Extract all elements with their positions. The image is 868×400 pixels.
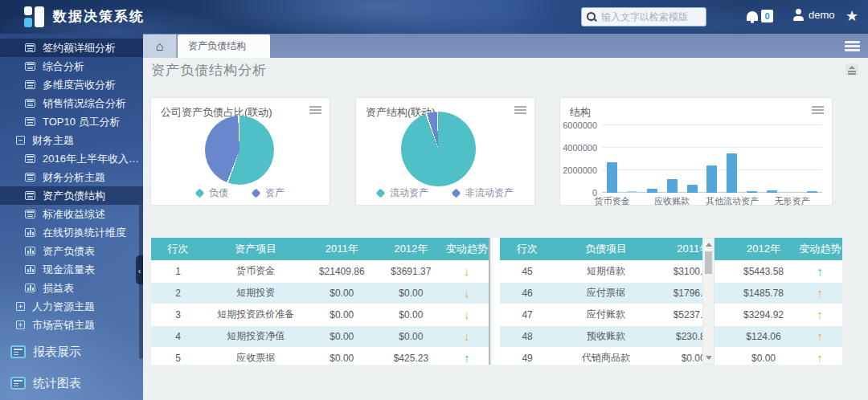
sidebar-item[interactable]: 财务分析主题	[0, 168, 143, 186]
page-icon	[10, 377, 26, 390]
bar-chart-icon	[25, 284, 35, 292]
bar[interactable]	[727, 153, 737, 193]
sidebar-item[interactable]: 资产负债表	[0, 242, 143, 260]
y-axis-tick-label: 4000000	[560, 143, 597, 153]
notifications-button[interactable]: 0	[747, 10, 773, 22]
report-icon	[25, 99, 35, 108]
sidebar-item-label: 市场营销主题	[32, 318, 95, 333]
trend-arrow-icon: ↑	[798, 282, 842, 304]
bar[interactable]	[747, 191, 757, 193]
sidebar-item[interactable]: 报表展示	[0, 338, 143, 365]
bar[interactable]	[687, 185, 698, 194]
panel-title: 公司资产负债占比(联动)	[161, 105, 272, 120]
panel-liability-asset-ratio: 公司资产负债占比(联动) 负债资产	[151, 98, 330, 205]
table-cell: 短期投资净值	[205, 325, 306, 347]
sidebar-item[interactable]: 销售情况综合分析	[0, 94, 143, 112]
scroll-up-arrow-icon[interactable]	[703, 239, 714, 250]
sidebar-item[interactable]: 综合分析	[0, 57, 143, 76]
table-cell: 代销商品款	[555, 347, 657, 365]
column-header: 负债项目	[555, 238, 657, 260]
sidebar-item[interactable]: 统计图表	[0, 369, 143, 397]
table-row[interactable]: 4短期投资净值$0.00$0.00↓	[151, 325, 489, 347]
sidebar-item[interactable]: 多维度营收分析	[0, 76, 143, 94]
pie-chart[interactable]	[401, 112, 476, 186]
table-cell: $0.00	[729, 347, 797, 365]
bar[interactable]	[627, 191, 637, 193]
legend-item[interactable]: 资产	[252, 186, 285, 200]
search-input[interactable]	[601, 11, 701, 22]
collapse-pane-icon[interactable]	[845, 63, 858, 76]
column-header: 2011年	[657, 238, 729, 260]
bar-plot[interactable]	[602, 125, 822, 193]
trend-arrow-icon: ↓	[444, 260, 489, 282]
bar[interactable]	[607, 162, 617, 193]
sidebar-item[interactable]: 在线切换统计维度	[0, 223, 143, 242]
panel-menu-icon[interactable]	[514, 106, 526, 114]
sidebar-item[interactable]: 标准收益综述	[0, 205, 143, 223]
report-icon	[25, 191, 35, 200]
bar[interactable]	[667, 179, 678, 194]
bar[interactable]	[767, 190, 777, 193]
sidebar-item[interactable]: 现金流量表	[0, 260, 143, 279]
table-row[interactable]: 3短期投资跌价准备$0.00$0.00↓	[151, 304, 489, 325]
sidebar-item[interactable]: 资产负债结构	[0, 186, 143, 205]
sidebar-item-label: 综合分析	[43, 59, 84, 74]
table-cell: $124.06	[729, 325, 797, 347]
table-row[interactable]: 48预收账款$230.82$124.06↑	[500, 325, 842, 347]
sidebar-item[interactable]: 2016年上半年收入分析	[0, 149, 143, 168]
table-row[interactable]: 5应收票据$0.00$425.23↑	[151, 347, 489, 365]
table-row[interactable]: 45短期借款$3100.00$5443.58↑	[500, 260, 842, 282]
app-logo-icon[interactable]	[24, 6, 45, 27]
x-axis-slot	[622, 195, 642, 206]
report-icon	[25, 210, 35, 218]
table-cell: $230.82	[657, 325, 729, 347]
sidebar-item[interactable]: 财务主题	[0, 131, 143, 149]
sidebar-item[interactable]: TOP10 员工分析	[0, 112, 143, 131]
y-axis-tick-label: 0	[560, 188, 597, 198]
search-box[interactable]	[581, 7, 706, 27]
table-cell: 48	[500, 325, 555, 347]
table-cell: $0.00	[377, 304, 444, 325]
table-cell: 4	[151, 325, 205, 347]
user-icon	[792, 9, 805, 21]
assets-table: 行次资产项目2011年2012年变动趋势1货币资金$21409.86$3691.…	[151, 238, 489, 365]
page-icon	[10, 345, 26, 358]
tab-home[interactable]	[143, 35, 177, 58]
table-row[interactable]: 46应付票据$1796.00$1485.78↑	[500, 282, 842, 304]
user-menu[interactable]: demo	[792, 9, 835, 21]
favorite-star-icon[interactable]	[844, 8, 860, 24]
table-row[interactable]: 2短期投资$0.00$0.00↓	[151, 282, 489, 304]
pie-chart[interactable]	[205, 116, 274, 185]
table-cell: 应付票据	[555, 282, 657, 304]
table-row[interactable]: 49代销商品款$0.00$0.00↑	[500, 347, 842, 365]
tab-active[interactable]: 资产负债结构	[178, 35, 270, 58]
bar-chart-icon	[25, 265, 35, 274]
column-header: 2012年	[377, 238, 444, 260]
table-scrollbar[interactable]	[702, 238, 714, 365]
table-row[interactable]: 47应付账款$5237.46$3294.92↑	[500, 304, 842, 325]
bar[interactable]	[787, 192, 797, 194]
legend-item[interactable]: 非流动资产	[452, 186, 514, 200]
scroll-down-arrow-icon[interactable]	[703, 353, 714, 363]
minus-square-icon	[16, 136, 25, 145]
sidebar-item[interactable]: 损益表	[0, 279, 143, 297]
sidebar-item[interactable]: 市场营销主题	[0, 316, 143, 334]
scroll-thumb[interactable]	[705, 251, 712, 274]
report-icon	[25, 62, 35, 71]
sidebar-collapse-handle[interactable]	[136, 255, 143, 284]
panel-menu-icon[interactable]	[812, 106, 824, 114]
notification-badge: 0	[761, 10, 773, 22]
tabbar-menu-icon[interactable]	[845, 41, 860, 51]
sidebar-item-label: 销售情况综合分析	[43, 96, 126, 111]
sidebar-item[interactable]: 签约额详细分析	[0, 39, 143, 57]
panel-menu-icon[interactable]	[309, 106, 321, 114]
table-cell: 短期投资	[205, 282, 306, 304]
sidebar-item[interactable]: 人力资源主题	[0, 297, 143, 316]
legend-item[interactable]: 负债	[196, 186, 228, 200]
legend-label: 负债	[209, 186, 228, 200]
bar[interactable]	[807, 191, 817, 193]
table-row[interactable]: 1货币资金$21409.86$3691.37↓	[151, 260, 489, 282]
bar[interactable]	[647, 189, 657, 193]
bar[interactable]	[706, 165, 717, 193]
legend-item[interactable]: 流动资产	[377, 186, 428, 200]
